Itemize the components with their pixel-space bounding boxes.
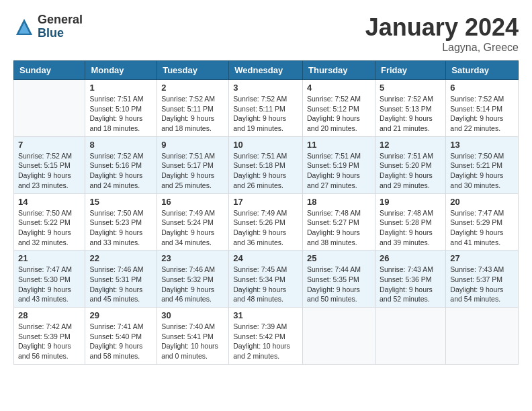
logo-blue: Blue	[38, 27, 83, 40]
calendar-cell	[14, 80, 85, 137]
day-info: Sunrise: 7:51 AM Sunset: 5:20 PM Dayligh…	[380, 151, 441, 191]
header-row: SundayMondayTuesdayWednesdayThursdayFrid…	[14, 61, 519, 80]
calendar-cell: 23Sunrise: 7:46 AM Sunset: 5:32 PM Dayli…	[157, 250, 229, 308]
calendar-cell: 30Sunrise: 7:40 AM Sunset: 5:41 PM Dayli…	[157, 308, 229, 365]
day-info: Sunrise: 7:51 AM Sunset: 5:18 PM Dayligh…	[233, 151, 298, 191]
day-info: Sunrise: 7:41 AM Sunset: 5:40 PM Dayligh…	[89, 322, 152, 361]
col-header-sunday: Sunday	[14, 61, 85, 80]
calendar-cell: 2Sunrise: 7:52 AM Sunset: 5:11 PM Daylig…	[157, 80, 229, 137]
day-info: Sunrise: 7:47 AM Sunset: 5:29 PM Dayligh…	[450, 208, 514, 248]
calendar-cell: 21Sunrise: 7:47 AM Sunset: 5:30 PM Dayli…	[14, 250, 85, 308]
day-number: 8	[89, 140, 152, 150]
logo-text: General Blue	[38, 13, 83, 40]
day-info: Sunrise: 7:49 AM Sunset: 5:26 PM Dayligh…	[233, 208, 298, 248]
day-info: Sunrise: 7:42 AM Sunset: 5:39 PM Dayligh…	[18, 322, 81, 361]
calendar-cell: 17Sunrise: 7:49 AM Sunset: 5:26 PM Dayli…	[229, 193, 303, 250]
calendar-cell: 14Sunrise: 7:50 AM Sunset: 5:22 PM Dayli…	[14, 193, 85, 250]
day-number: 21	[18, 253, 81, 263]
day-number: 18	[307, 197, 371, 207]
day-info: Sunrise: 7:49 AM Sunset: 5:24 PM Dayligh…	[161, 208, 224, 248]
day-number: 2	[161, 83, 224, 93]
day-number: 25	[307, 253, 371, 263]
day-number: 20	[450, 197, 514, 207]
day-info: Sunrise: 7:46 AM Sunset: 5:32 PM Dayligh…	[161, 265, 224, 304]
calendar-cell: 31Sunrise: 7:39 AM Sunset: 5:42 PM Dayli…	[229, 308, 303, 365]
day-info: Sunrise: 7:43 AM Sunset: 5:37 PM Dayligh…	[450, 265, 514, 304]
day-number: 3	[233, 83, 298, 93]
calendar-cell: 5Sunrise: 7:52 AM Sunset: 5:13 PM Daylig…	[375, 80, 445, 137]
day-number: 14	[18, 197, 81, 207]
day-number: 28	[18, 310, 81, 320]
week-row-4: 21Sunrise: 7:47 AM Sunset: 5:30 PM Dayli…	[14, 250, 519, 308]
calendar-table: SundayMondayTuesdayWednesdayThursdayFrid…	[13, 60, 519, 365]
day-number: 10	[233, 140, 298, 150]
week-row-3: 14Sunrise: 7:50 AM Sunset: 5:22 PM Dayli…	[14, 193, 519, 250]
calendar-cell: 25Sunrise: 7:44 AM Sunset: 5:35 PM Dayli…	[303, 250, 375, 308]
col-header-wednesday: Wednesday	[229, 61, 303, 80]
location: Lagyna, Greece	[365, 42, 519, 54]
calendar-cell: 12Sunrise: 7:51 AM Sunset: 5:20 PM Dayli…	[375, 136, 445, 193]
col-header-thursday: Thursday	[303, 61, 375, 80]
day-number: 5	[380, 83, 441, 93]
calendar-cell: 29Sunrise: 7:41 AM Sunset: 5:40 PM Dayli…	[85, 308, 157, 365]
day-info: Sunrise: 7:52 AM Sunset: 5:16 PM Dayligh…	[89, 151, 152, 191]
day-info: Sunrise: 7:50 AM Sunset: 5:23 PM Dayligh…	[89, 208, 152, 248]
day-info: Sunrise: 7:52 AM Sunset: 5:13 PM Dayligh…	[380, 94, 441, 134]
week-row-2: 7Sunrise: 7:52 AM Sunset: 5:15 PM Daylig…	[14, 136, 519, 193]
day-info: Sunrise: 7:50 AM Sunset: 5:21 PM Dayligh…	[450, 151, 514, 191]
title-block: January 2024 Lagyna, Greece	[365, 13, 519, 54]
day-info: Sunrise: 7:51 AM Sunset: 5:10 PM Dayligh…	[89, 94, 152, 134]
day-number: 22	[89, 253, 152, 263]
day-info: Sunrise: 7:52 AM Sunset: 5:11 PM Dayligh…	[161, 94, 224, 134]
logo: General Blue	[13, 13, 83, 40]
calendar-cell: 15Sunrise: 7:50 AM Sunset: 5:23 PM Dayli…	[85, 193, 157, 250]
day-info: Sunrise: 7:46 AM Sunset: 5:31 PM Dayligh…	[89, 265, 152, 304]
calendar-cell	[375, 308, 445, 365]
calendar-cell: 9Sunrise: 7:51 AM Sunset: 5:17 PM Daylig…	[157, 136, 229, 193]
day-number: 26	[380, 253, 441, 263]
calendar-cell: 13Sunrise: 7:50 AM Sunset: 5:21 PM Dayli…	[446, 136, 519, 193]
calendar-cell: 24Sunrise: 7:45 AM Sunset: 5:34 PM Dayli…	[229, 250, 303, 308]
day-info: Sunrise: 7:39 AM Sunset: 5:42 PM Dayligh…	[233, 322, 298, 361]
calendar-cell: 20Sunrise: 7:47 AM Sunset: 5:29 PM Dayli…	[446, 193, 519, 250]
calendar-cell: 28Sunrise: 7:42 AM Sunset: 5:39 PM Dayli…	[14, 308, 85, 365]
day-info: Sunrise: 7:44 AM Sunset: 5:35 PM Dayligh…	[307, 265, 371, 304]
day-number: 16	[161, 197, 224, 207]
day-info: Sunrise: 7:43 AM Sunset: 5:36 PM Dayligh…	[380, 265, 441, 304]
day-number: 1	[89, 83, 152, 93]
day-info: Sunrise: 7:52 AM Sunset: 5:11 PM Dayligh…	[233, 94, 298, 134]
logo-icon	[13, 16, 35, 38]
calendar-cell	[446, 308, 519, 365]
day-info: Sunrise: 7:52 AM Sunset: 5:15 PM Dayligh…	[18, 151, 81, 191]
day-number: 6	[450, 83, 514, 93]
day-number: 12	[380, 140, 441, 150]
calendar-cell: 27Sunrise: 7:43 AM Sunset: 5:37 PM Dayli…	[446, 250, 519, 308]
day-number: 23	[161, 253, 224, 263]
calendar-cell: 6Sunrise: 7:52 AM Sunset: 5:14 PM Daylig…	[446, 80, 519, 137]
day-number: 27	[450, 253, 514, 263]
day-info: Sunrise: 7:48 AM Sunset: 5:28 PM Dayligh…	[380, 208, 441, 248]
day-number: 29	[89, 310, 152, 320]
day-number: 15	[89, 197, 152, 207]
day-info: Sunrise: 7:51 AM Sunset: 5:17 PM Dayligh…	[161, 151, 224, 191]
calendar-cell: 16Sunrise: 7:49 AM Sunset: 5:24 PM Dayli…	[157, 193, 229, 250]
page-header: General Blue January 2024 Lagyna, Greece	[13, 13, 519, 54]
week-row-5: 28Sunrise: 7:42 AM Sunset: 5:39 PM Dayli…	[14, 308, 519, 365]
col-header-tuesday: Tuesday	[157, 61, 229, 80]
calendar-cell: 26Sunrise: 7:43 AM Sunset: 5:36 PM Dayli…	[375, 250, 445, 308]
day-number: 30	[161, 310, 224, 320]
day-info: Sunrise: 7:48 AM Sunset: 5:27 PM Dayligh…	[307, 208, 371, 248]
day-number: 24	[233, 253, 298, 263]
day-info: Sunrise: 7:51 AM Sunset: 5:19 PM Dayligh…	[307, 151, 371, 191]
day-number: 9	[161, 140, 224, 150]
day-number: 19	[380, 197, 441, 207]
calendar-cell: 11Sunrise: 7:51 AM Sunset: 5:19 PM Dayli…	[303, 136, 375, 193]
day-info: Sunrise: 7:47 AM Sunset: 5:30 PM Dayligh…	[18, 265, 81, 304]
day-info: Sunrise: 7:52 AM Sunset: 5:14 PM Dayligh…	[450, 94, 514, 134]
day-number: 31	[233, 310, 298, 320]
calendar-cell: 4Sunrise: 7:52 AM Sunset: 5:12 PM Daylig…	[303, 80, 375, 137]
day-number: 11	[307, 140, 371, 150]
calendar-cell: 22Sunrise: 7:46 AM Sunset: 5:31 PM Dayli…	[85, 250, 157, 308]
day-info: Sunrise: 7:45 AM Sunset: 5:34 PM Dayligh…	[233, 265, 298, 304]
calendar-cell: 18Sunrise: 7:48 AM Sunset: 5:27 PM Dayli…	[303, 193, 375, 250]
